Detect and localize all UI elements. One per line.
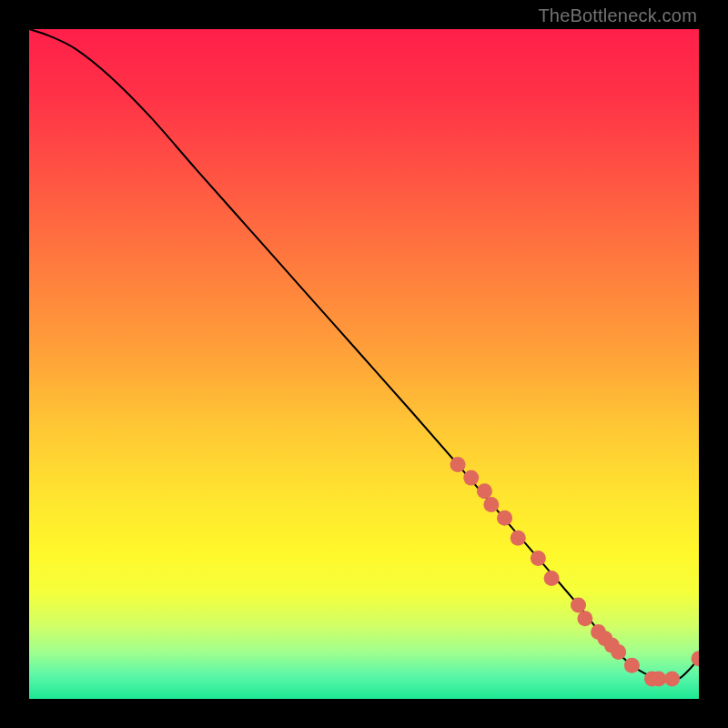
marker-point <box>624 658 640 673</box>
marker-point <box>511 531 526 546</box>
chart-stage: TheBottleneck.com <box>0 0 728 728</box>
gradient-background <box>29 29 699 699</box>
marker-point <box>450 457 466 472</box>
plot-svg <box>29 29 699 699</box>
marker-point <box>463 470 479 486</box>
marker-point <box>664 671 680 686</box>
plot-area <box>29 29 699 699</box>
watermark-label: TheBottleneck.com <box>538 5 697 26</box>
marker-point <box>483 497 499 512</box>
marker-point <box>611 644 626 660</box>
marker-point <box>477 483 492 499</box>
marker-point <box>651 671 666 686</box>
marker-point <box>497 511 512 526</box>
marker-point <box>531 551 546 566</box>
marker-point <box>571 597 586 612</box>
marker-point <box>544 571 560 586</box>
marker-point <box>577 611 592 626</box>
